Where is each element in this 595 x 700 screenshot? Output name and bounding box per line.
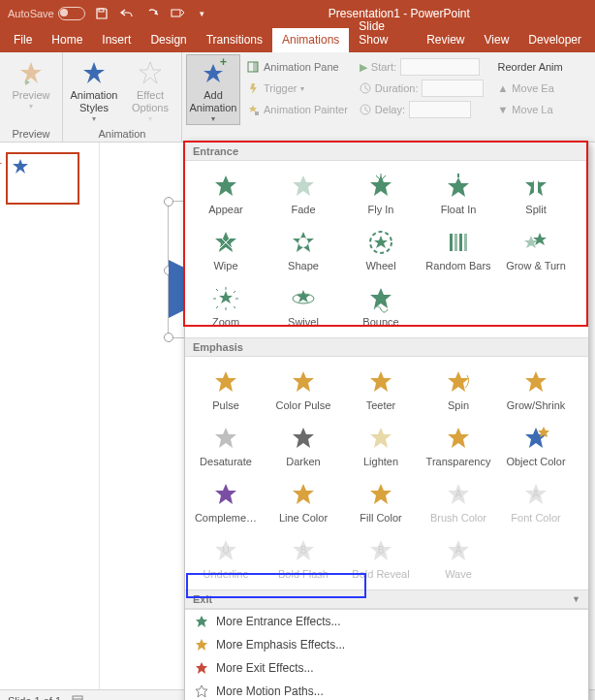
effect-fade[interactable]: Fade [265,165,342,221]
effect-lighten[interactable]: Lighten [342,417,420,473]
start-dropdown[interactable]: ▶Start: [360,56,485,78]
svg-text:B: B [378,545,385,556]
effect-line-color[interactable]: Line Color [265,473,342,529]
effect-color-pulse[interactable]: Color Pulse [265,361,342,417]
save-icon[interactable] [93,5,110,22]
effect-object-color[interactable]: Object Color [497,417,575,473]
redo-icon[interactable] [143,5,161,22]
svg-marker-50 [370,484,391,504]
svg-point-24 [298,238,308,247]
effect-bounce[interactable]: Bounce [342,277,420,334]
autosave-toggle[interactable]: AutoSave [8,7,85,20]
effect-float-in[interactable]: Float In [420,165,497,221]
move-later-button[interactable]: ▼Move La [497,99,562,120]
effect-pulse[interactable]: Pulse [187,361,265,417]
ribbon: Preview ▾ Preview Animation Styles ▾ Eff… [0,52,595,143]
effect-wave[interactable]: AWave [420,529,497,586]
effect-fly-in[interactable]: Fly In [342,165,420,221]
more-entrance-effects[interactable]: More Entrance Effects... [185,610,588,633]
slide-thumbnail-1[interactable]: 1 [6,152,79,205]
effect-swivel[interactable]: Swivel [265,277,342,334]
effect-split[interactable]: Split [497,165,575,221]
more-emphasis-effects[interactable]: More Emphasis Effects... [185,633,588,656]
svg-marker-38 [293,371,314,392]
tab-review[interactable]: Review [417,28,474,52]
more-options: More Entrance Effects... More Emphasis E… [185,609,588,700]
tab-transitions[interactable]: Transitions [197,28,272,52]
effect-brush-color[interactable]: ABrush Color [420,473,497,529]
svg-text:A: A [455,489,462,499]
move-earlier-button[interactable]: ▲Move Ea [497,78,562,99]
effect-wheel[interactable]: Wheel [342,221,420,277]
reorder-controls: Reorder Anim ▲Move Ea ▼Move La [491,54,568,122]
svg-marker-10 [249,105,257,112]
effect-appear[interactable]: Appear [187,165,265,221]
svg-rect-11 [255,111,259,115]
add-animation-gallery: Entrance AppearFadeFly InFloat InSplitWi… [184,142,589,700]
delay-input[interactable]: Delay: [360,99,485,120]
effect-grow-shrink[interactable]: Grow/Shrink [497,361,575,417]
tab-file[interactable]: File [4,28,42,52]
quick-access-toolbar: AutoSave ▾ [8,5,211,22]
svg-marker-39 [370,371,391,392]
svg-marker-16 [215,175,236,196]
effect-darken[interactable]: Darken [265,417,342,473]
resize-handle[interactable] [164,333,173,342]
effect-font-color[interactable]: AFont Color [497,473,575,529]
tab-developer[interactable]: Developer [518,28,591,52]
effect-underline[interactable]: UUnderline [187,529,265,586]
effect-spin[interactable]: Spin [420,361,497,417]
effect-compleme-[interactable]: Compleme… [187,473,265,529]
trigger-button[interactable]: Trigger ▾ [246,78,348,99]
start-from-beginning-icon[interactable] [169,5,186,22]
svg-marker-33 [219,291,233,303]
qat-dropdown-icon[interactable]: ▾ [194,5,211,22]
reorder-label: Reorder Anim [497,56,562,78]
tab-animations[interactable]: Animations [272,28,349,52]
svg-marker-35 [297,290,310,302]
group-preview: Preview ▾ Preview [0,52,63,142]
chevron-down-icon[interactable]: ▼ [572,594,580,604]
duration-input[interactable]: Duration: [360,78,485,99]
entrance-header: Entrance [185,143,588,161]
effect-bold-reveal[interactable]: BBold Reveal [342,529,420,586]
preview-button[interactable]: Preview ▾ [4,54,58,112]
svg-text:B: B [300,545,307,556]
animation-pane-button[interactable]: Animation Pane [246,56,348,78]
tab-home[interactable]: Home [42,28,92,52]
more-exit-effects[interactable]: More Exit Effects... [185,656,588,680]
effect-random-bars[interactable]: Random Bars [420,221,497,277]
autosave-label: AutoSave [8,8,54,19]
effect-teeter[interactable]: Teeter [342,361,420,417]
effect-desaturate[interactable]: Desaturate [187,417,265,473]
tab-view[interactable]: View [475,28,519,52]
svg-marker-26 [374,236,388,248]
group-label-animation: Animation [67,126,177,142]
animation-styles-button[interactable]: Animation Styles ▾ [67,54,121,125]
add-animation-button[interactable]: + Add Animation ▾ [186,54,240,125]
title-bar: AutoSave ▾ Presentation1 - PowerPoint [0,0,595,27]
effect-shape[interactable]: Shape [265,221,342,277]
svg-marker-42 [215,428,236,448]
svg-rect-9 [253,62,258,72]
notes-icon[interactable] [71,694,84,700]
effect-wipe[interactable]: Wipe [187,221,265,277]
effect-fill-color[interactable]: Fill Color [342,473,420,529]
effect-options-button[interactable]: Effect Options ▾ [123,54,177,125]
more-motion-paths[interactable]: More Motion Paths... [185,680,588,700]
tab-slide-show[interactable]: Slide Show [349,15,417,52]
undo-icon[interactable] [118,5,136,22]
svg-rect-27 [450,234,453,251]
effect-zoom[interactable]: Zoom [187,277,265,334]
svg-rect-0 [99,9,104,12]
effect-bold-flash[interactable]: BBold Flash [265,529,342,586]
svg-rect-21 [534,174,538,199]
tab-design[interactable]: Design [141,28,196,52]
effect-transparency[interactable]: Transparency [420,417,497,473]
svg-marker-2 [20,62,42,83]
resize-handle[interactable] [164,197,173,207]
effect-grow-turn[interactable]: Grow & Turn [497,221,575,277]
animation-painter-button[interactable]: Animation Painter [246,99,348,120]
group-animation: Animation Styles ▾ Effect Options ▾ Anim… [63,52,182,142]
tab-insert[interactable]: Insert [92,28,141,52]
